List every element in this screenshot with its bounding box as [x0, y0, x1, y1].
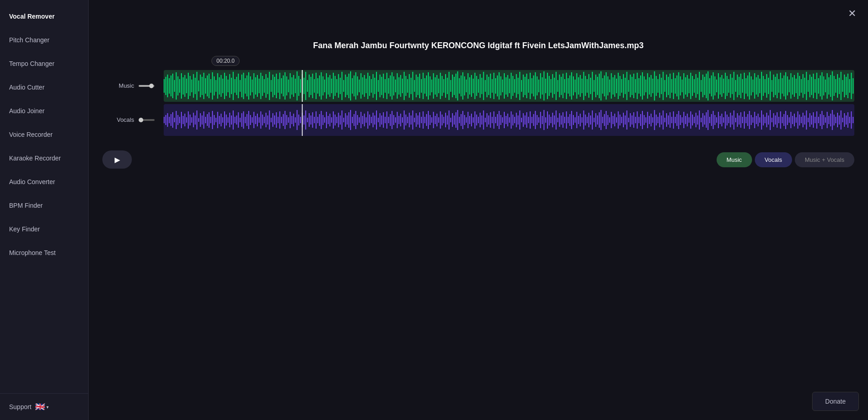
svg-rect-494 — [324, 117, 325, 123]
play-button[interactable]: ▶ — [102, 150, 132, 169]
svg-rect-546 — [414, 118, 415, 122]
svg-rect-233 — [566, 73, 567, 99]
donate-button[interactable]: Donate — [812, 392, 859, 411]
svg-rect-126 — [381, 77, 382, 95]
svg-rect-606 — [517, 115, 518, 125]
svg-rect-656 — [604, 114, 605, 126]
sidebar-item-audio-converter[interactable]: Audio Converter — [0, 170, 88, 194]
svg-rect-566 — [449, 110, 450, 130]
svg-rect-347 — [763, 76, 764, 96]
svg-rect-367 — [798, 73, 798, 99]
svg-rect-486 — [311, 115, 311, 125]
svg-rect-459 — [264, 117, 265, 123]
svg-rect-269 — [628, 80, 629, 92]
svg-rect-794 — [842, 118, 843, 122]
svg-rect-531 — [388, 117, 389, 123]
svg-rect-420 — [196, 110, 197, 130]
svg-rect-109 — [352, 78, 353, 94]
svg-rect-152 — [426, 75, 427, 96]
svg-rect-86 — [312, 74, 313, 98]
svg-rect-157 — [435, 77, 436, 95]
svg-rect-777 — [813, 112, 814, 128]
svg-rect-778 — [815, 117, 816, 123]
svg-rect-316 — [709, 78, 710, 94]
svg-rect-242 — [582, 79, 582, 93]
sidebar-item-karaoke-recorder[interactable]: Karaoke Recorder — [0, 146, 88, 170]
svg-rect-110 — [354, 75, 355, 96]
sidebar-item-key-finder[interactable]: Key Finder — [0, 217, 88, 241]
svg-rect-679 — [644, 115, 645, 125]
close-button[interactable]: ✕ — [845, 7, 859, 20]
svg-rect-104 — [343, 80, 344, 92]
sidebar-item-vocal-remover[interactable]: Vocal Remover — [0, 5, 88, 28]
svg-rect-630 — [559, 113, 560, 127]
svg-rect-388 — [833, 76, 834, 96]
svg-rect-21 — [200, 75, 201, 97]
svg-rect-199 — [507, 75, 508, 97]
chevron-down-icon: ▾ — [46, 405, 49, 410]
svg-rect-598 — [504, 112, 505, 128]
svg-rect-702 — [683, 112, 684, 128]
sidebar-item-voice-recorder[interactable]: Voice Recorder — [0, 123, 88, 146]
music-waveform[interactable] — [164, 70, 854, 102]
svg-rect-527 — [381, 115, 382, 125]
svg-rect-266 — [623, 74, 624, 98]
vocals-waveform[interactable] — [164, 104, 854, 136]
svg-rect-714 — [704, 115, 705, 125]
svg-rect-116 — [364, 75, 365, 97]
svg-rect-539 — [402, 117, 403, 123]
svg-rect-203 — [514, 79, 515, 93]
music-output-tab[interactable]: Music — [717, 152, 752, 167]
svg-rect-520 — [369, 115, 370, 125]
svg-rect-522 — [372, 113, 373, 127]
svg-rect-600 — [507, 114, 508, 126]
svg-rect-370 — [803, 74, 803, 98]
sidebar-item-tempo-changer[interactable]: Tempo Changer — [0, 52, 88, 75]
svg-rect-323 — [722, 75, 722, 97]
svg-rect-141 — [407, 79, 408, 93]
svg-rect-11 — [183, 77, 184, 95]
svg-rect-320 — [716, 80, 717, 92]
sidebar-item-audio-cutter[interactable]: Audio Cutter — [0, 75, 88, 99]
svg-rect-298 — [678, 72, 679, 100]
svg-rect-753 — [772, 118, 773, 122]
svg-rect-432 — [217, 112, 218, 128]
svg-rect-752 — [770, 110, 771, 130]
svg-rect-162 — [443, 79, 444, 93]
music-volume-slider[interactable] — [139, 85, 164, 87]
svg-rect-472 — [286, 115, 287, 125]
svg-rect-185 — [483, 72, 484, 100]
svg-rect-68 — [281, 78, 282, 94]
svg-rect-478 — [296, 110, 297, 130]
svg-rect-391 — [839, 78, 840, 94]
svg-rect-313 — [704, 77, 705, 95]
vocals-volume-slider[interactable] — [139, 119, 164, 121]
svg-rect-223 — [549, 76, 550, 96]
svg-rect-189 — [490, 74, 491, 98]
svg-rect-759 — [782, 117, 783, 123]
music-vocals-output-tab[interactable]: Music + Vocals — [795, 152, 854, 167]
svg-rect-113 — [359, 80, 360, 92]
sidebar-item-microphone-test[interactable]: Microphone Test — [0, 241, 88, 265]
sidebar-item-pitch-changer[interactable]: Pitch Changer — [0, 28, 88, 52]
svg-rect-108 — [350, 71, 351, 100]
svg-rect-72 — [288, 80, 289, 92]
language-selector[interactable]: 🇬🇧 ▾ — [35, 402, 49, 412]
svg-rect-44 — [240, 80, 241, 92]
sidebar-item-bpm-finder[interactable]: BPM Finder — [0, 194, 88, 217]
svg-rect-750 — [766, 113, 767, 127]
svg-rect-239 — [577, 73, 577, 99]
svg-rect-731 — [733, 110, 734, 130]
svg-rect-66 — [278, 79, 279, 93]
svg-rect-262 — [616, 79, 617, 93]
svg-rect-121 — [372, 74, 373, 98]
svg-rect-356 — [778, 79, 779, 93]
vocals-output-tab[interactable]: Vocals — [755, 152, 792, 167]
sidebar-item-audio-joiner[interactable]: Audio Joiner — [0, 99, 88, 123]
svg-rect-781 — [820, 114, 821, 126]
svg-rect-360 — [785, 72, 786, 100]
svg-rect-552 — [424, 117, 425, 123]
svg-rect-704 — [687, 114, 688, 126]
svg-rect-771 — [803, 113, 803, 127]
svg-rect-724 — [722, 114, 722, 126]
